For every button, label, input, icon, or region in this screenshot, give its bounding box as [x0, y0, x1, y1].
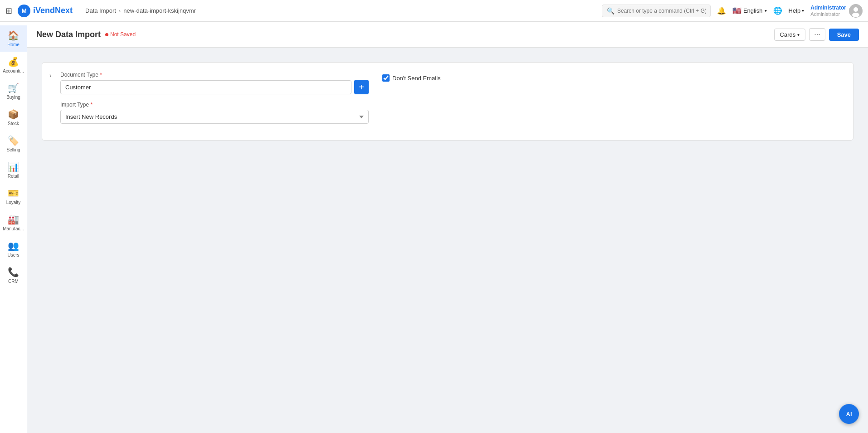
user-role: Administrator: [810, 11, 846, 17]
retail-icon: 📊: [8, 161, 19, 172]
nav-right: 🔍 🔔 🇺🇸 English ▾ 🌐 Help ▾ Administrator …: [602, 4, 863, 18]
sidebar-item-accounting[interactable]: 💰 Accounti...: [0, 52, 27, 78]
form-row-import-type: Import Type Insert New Records Update Ex…: [60, 102, 844, 124]
sidebar-label-accounting: Accounti...: [3, 68, 24, 73]
notification-icon[interactable]: 🔔: [717, 6, 726, 15]
svg-point-2: [852, 13, 859, 17]
app-name: iVendNext: [33, 6, 73, 15]
dont-send-checkbox-row: Don't Send Emails: [382, 74, 441, 82]
sidebar-label-crm: CRM: [8, 279, 19, 284]
sidebar-item-buying[interactable]: 🛒 Buying: [0, 78, 27, 104]
header-actions: Cards ▾ ··· Save: [774, 28, 859, 41]
sidebar-label-home: Home: [7, 42, 20, 47]
breadcrumb-separator: ›: [119, 7, 121, 14]
sidebar-label-buying: Buying: [6, 95, 20, 100]
add-document-type-button[interactable]: +: [354, 80, 369, 94]
breadcrumb: Data Import › new-data-import-kskijnqvmr: [85, 7, 196, 14]
sidebar-item-stock[interactable]: 📦 Stock: [0, 104, 27, 131]
sidebar-item-selling[interactable]: 🏷️ Selling: [0, 131, 27, 157]
save-button[interactable]: Save: [829, 29, 859, 41]
sidebar-label-retail: Retail: [8, 174, 20, 179]
import-type-group: Import Type Insert New Records Update Ex…: [60, 102, 369, 124]
sidebar-item-manufacturing[interactable]: 🏭 Manufac...: [0, 209, 27, 236]
content-wrapper: › Document Type + Don't Send Emails: [27, 48, 868, 155]
sidebar: 🏠 Home 💰 Accounti... 🛒 Buying 📦 Stock 🏷️…: [0, 22, 27, 433]
dont-send-emails-label: Don't Send Emails: [392, 75, 441, 82]
accounting-icon: 💰: [8, 56, 19, 67]
grid-menu-icon[interactable]: ⊞: [5, 6, 12, 16]
app-logo[interactable]: M iVendNext: [18, 5, 73, 17]
crm-icon: 📞: [8, 267, 19, 277]
help-label: Help: [789, 7, 801, 14]
status-badge: Not Saved: [105, 31, 136, 38]
top-navigation: ⊞ M iVendNext Data Import › new-data-imp…: [0, 0, 868, 22]
form-section: › Document Type + Don't Send Emails: [42, 62, 853, 141]
loyalty-icon: 🎫: [8, 188, 19, 199]
form-row-doctype: Document Type + Don't Send Emails: [60, 72, 844, 94]
home-icon: 🏠: [8, 30, 19, 41]
ai-label: AI: [846, 411, 852, 418]
collapse-section-button[interactable]: ›: [49, 72, 52, 79]
cards-label: Cards: [780, 31, 796, 38]
avatar: [849, 4, 863, 18]
sidebar-item-users[interactable]: 👥 Users: [0, 236, 27, 262]
users-icon: 👥: [8, 240, 19, 251]
status-text: Not Saved: [110, 31, 136, 38]
main-content: New Data Import Not Saved Cards ▾ ··· Sa…: [27, 22, 868, 433]
globe-icon[interactable]: 🌐: [773, 6, 782, 15]
dont-send-emails-group: Don't Send Emails: [382, 72, 441, 82]
selling-icon: 🏷️: [8, 135, 19, 146]
document-type-group: Document Type +: [60, 72, 369, 94]
user-info[interactable]: Administrator Administrator: [810, 4, 863, 18]
page-header: New Data Import Not Saved Cards ▾ ··· Sa…: [27, 22, 868, 48]
sidebar-label-loyalty: Loyalty: [6, 200, 21, 205]
search-input[interactable]: [617, 8, 706, 14]
import-type-select[interactable]: Insert New Records Update Existing Recor…: [60, 110, 369, 124]
import-type-label: Import Type: [60, 102, 369, 108]
sidebar-label-users: Users: [7, 253, 19, 258]
help-chevron-icon: ▾: [802, 8, 804, 13]
more-options-button[interactable]: ···: [809, 28, 825, 41]
document-type-label: Document Type: [60, 72, 369, 78]
breadcrumb-current: new-data-import-kskijnqvmr: [123, 7, 196, 14]
language-selector[interactable]: 🇺🇸 English ▾: [732, 6, 767, 15]
sidebar-item-retail[interactable]: 📊 Retail: [0, 157, 27, 183]
ai-assistant-button[interactable]: AI: [839, 404, 859, 424]
search-icon: 🔍: [607, 7, 614, 15]
cards-button[interactable]: Cards ▾: [774, 29, 806, 41]
dont-send-emails-checkbox[interactable]: [382, 74, 390, 82]
flag-icon: 🇺🇸: [732, 6, 741, 15]
user-name: Administrator: [810, 5, 846, 11]
document-type-input[interactable]: [60, 80, 351, 94]
stock-icon: 📦: [8, 109, 19, 120]
cards-chevron-icon: ▾: [797, 32, 800, 37]
logo-icon: M: [18, 5, 30, 17]
breadcrumb-parent[interactable]: Data Import: [85, 7, 116, 14]
sidebar-item-loyalty[interactable]: 🎫 Loyalty: [0, 183, 27, 209]
manufacturing-icon: 🏭: [8, 214, 19, 225]
sidebar-label-manufacturing: Manufac...: [3, 226, 24, 231]
page-title: New Data Import: [36, 30, 101, 39]
search-bar[interactable]: 🔍: [602, 5, 711, 17]
sidebar-item-home[interactable]: 🏠 Home: [0, 25, 27, 52]
svg-point-1: [853, 7, 858, 12]
language-label: English: [743, 7, 763, 14]
sidebar-item-crm[interactable]: 📞 CRM: [0, 262, 27, 288]
document-type-input-row: +: [60, 80, 369, 94]
form-inner: › Document Type + Don't Send Emails: [60, 72, 844, 124]
buying-icon: 🛒: [8, 83, 19, 93]
lang-chevron-icon: ▾: [765, 8, 767, 13]
sidebar-label-stock: Stock: [8, 121, 19, 126]
help-button[interactable]: Help ▾: [789, 7, 805, 14]
status-dot: [105, 33, 108, 36]
sidebar-label-selling: Selling: [6, 147, 20, 152]
